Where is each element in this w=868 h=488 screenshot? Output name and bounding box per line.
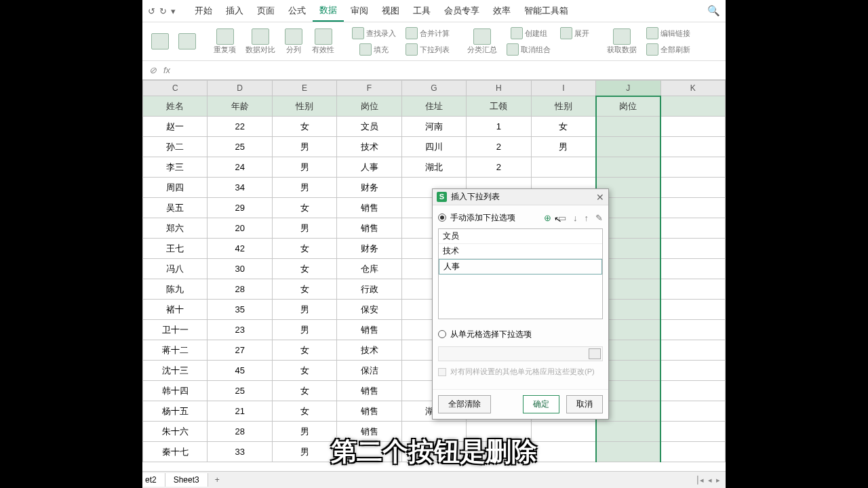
ribbon-ungroup[interactable]: 取消组合	[502, 42, 555, 57]
ribbon-subtotal[interactable]: 分类汇总	[463, 22, 501, 60]
menu-tools[interactable]: 工具	[406, 1, 437, 21]
menu-data[interactable]: 数据	[313, 0, 344, 22]
redo-icon[interactable]: ↻	[159, 6, 167, 16]
cell[interactable]: 财务	[337, 178, 401, 198]
ribbon-find-entry[interactable]: 查找录入	[348, 26, 400, 41]
cell[interactable]: 男	[272, 442, 336, 462]
header-cell[interactable]	[660, 96, 726, 117]
cell[interactable]: 销售	[337, 401, 401, 422]
cell[interactable]: 仓库	[337, 259, 401, 279]
menu-view[interactable]: 视图	[375, 1, 406, 21]
search-icon[interactable]: 🔍	[707, 5, 720, 17]
cell[interactable]: 技术	[337, 340, 401, 361]
cell[interactable]	[660, 442, 726, 462]
header-cell[interactable]: 岗位	[337, 96, 401, 117]
cell[interactable]: 男	[272, 218, 336, 239]
cell[interactable]: 朱十六	[143, 422, 208, 442]
sort-icon[interactable]	[178, 33, 196, 49]
cell[interactable]: 男	[272, 300, 336, 320]
cell[interactable]: 21	[208, 401, 272, 422]
cell[interactable]: 技术	[337, 137, 401, 157]
cell[interactable]	[660, 422, 726, 442]
cell[interactable]: 财务	[337, 239, 401, 259]
dialog-titlebar[interactable]: S 插入下拉列表 ✕	[433, 189, 608, 205]
cell[interactable]: 销售	[337, 198, 401, 218]
ribbon-create-group[interactable]: 创建组	[502, 26, 555, 41]
cell[interactable]: 25	[208, 137, 272, 157]
cell[interactable]: 王七	[143, 239, 208, 259]
header-cell[interactable]: 年龄	[208, 96, 272, 117]
cell[interactable]: 男	[531, 137, 595, 157]
column-header[interactable]: C	[143, 81, 208, 96]
cell[interactable]: 28	[208, 279, 272, 300]
cell[interactable]	[531, 422, 595, 442]
menu-smart[interactable]: 智能工具箱	[517, 1, 575, 21]
cell[interactable]	[660, 340, 726, 361]
ribbon-validity[interactable]: 有效性	[308, 22, 338, 60]
cell[interactable]: 男	[272, 157, 336, 178]
edit-item-icon[interactable]: ✎	[595, 213, 603, 223]
cell[interactable]: 男	[272, 137, 336, 157]
cell[interactable]: 湖北	[401, 157, 466, 178]
cell[interactable]: 24	[208, 157, 272, 178]
cell[interactable]	[660, 239, 726, 259]
sheet-tab[interactable]: et2	[142, 473, 165, 487]
cell[interactable]: 女	[272, 117, 336, 137]
cell[interactable]: 蒋十二	[143, 340, 208, 361]
cell[interactable]	[660, 157, 726, 178]
cancel-button[interactable]: 取消	[566, 395, 603, 413]
menu-member[interactable]: 会员专享	[437, 1, 486, 21]
cell[interactable]: 女	[272, 279, 336, 300]
ribbon-duplicates[interactable]: 重复项	[210, 22, 240, 60]
menu-insert[interactable]: 插入	[219, 1, 250, 21]
cell[interactable]	[660, 137, 726, 157]
ribbon-split[interactable]: 分列	[281, 22, 307, 60]
cell[interactable]: 郑六	[143, 218, 208, 239]
list-item[interactable]: 技术	[439, 244, 602, 259]
move-up-icon[interactable]: ↑	[585, 213, 589, 223]
cell[interactable]	[660, 178, 726, 198]
header-cell[interactable]: 性别	[531, 96, 595, 117]
cell[interactable]: 30	[208, 259, 272, 279]
dropdown-icon[interactable]: ▾	[171, 6, 176, 16]
cell[interactable]: 1	[467, 117, 531, 137]
dropdown-items-list[interactable]: 文员 技术 人事	[438, 228, 603, 319]
list-item[interactable]: 人事	[439, 259, 602, 274]
cell[interactable]	[660, 381, 726, 401]
column-header[interactable]: H	[467, 81, 531, 96]
cell[interactable]: 男	[272, 320, 336, 340]
ribbon-get-data[interactable]: 获取数据	[603, 22, 641, 60]
column-header[interactable]: D	[208, 81, 272, 96]
cell[interactable]: 杨十五	[143, 401, 208, 422]
cell[interactable]: 22	[208, 117, 272, 137]
cell[interactable]: 2	[467, 157, 531, 178]
cell[interactable]: 吴五	[143, 198, 208, 218]
cell[interactable]	[660, 259, 726, 279]
menu-formula[interactable]: 公式	[281, 1, 313, 21]
radio-from-cell[interactable]	[438, 330, 446, 338]
column-header[interactable]: I	[531, 81, 595, 96]
ribbon-edit-link[interactable]: 编辑链接	[642, 26, 694, 41]
range-picker-icon[interactable]	[589, 348, 601, 359]
cell[interactable]	[531, 157, 595, 178]
cell[interactable]: 女	[272, 381, 336, 401]
add-sheet-icon[interactable]: +	[208, 475, 226, 485]
cell[interactable]: 男	[272, 178, 336, 198]
cell[interactable]: 褚十	[143, 300, 208, 320]
scroll-right-icon[interactable]: ▸	[716, 476, 720, 485]
ribbon-refresh-all[interactable]: 全部刷新	[642, 42, 694, 57]
scroll-start-icon[interactable]: ⎮◂	[696, 476, 704, 485]
header-cell[interactable]: 住址	[401, 96, 466, 117]
cell[interactable]	[660, 361, 726, 381]
apply-others-checkbox[interactable]	[438, 368, 446, 376]
cell[interactable]	[660, 117, 726, 137]
cell[interactable]: 男	[272, 422, 336, 442]
cell[interactable]	[660, 300, 726, 320]
cell[interactable]	[596, 117, 660, 137]
ribbon-expand[interactable]: 展开	[556, 26, 593, 41]
ribbon-compare[interactable]: 数据对比	[241, 22, 279, 60]
ribbon-dropdown-list[interactable]: 下拉列表	[401, 42, 454, 57]
cell[interactable]	[660, 279, 726, 300]
cell[interactable]: 女	[272, 340, 336, 361]
ok-button[interactable]: 确定	[523, 395, 559, 413]
